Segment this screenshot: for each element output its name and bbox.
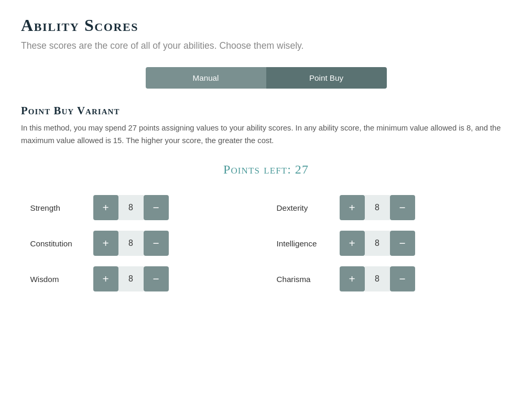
dexterity-decrement-button[interactable]: −	[390, 195, 415, 220]
ability-name-wisdom: Wisdom	[30, 275, 83, 284]
stepper-dexterity: + 8 −	[340, 195, 415, 220]
page-title: Ability Scores	[21, 16, 511, 35]
intelligence-increment-button[interactable]: +	[340, 231, 365, 256]
strength-value: 8	[118, 195, 144, 220]
ability-name-intelligence: Intelligence	[277, 239, 329, 248]
points-left-label: Points left:	[223, 163, 291, 176]
tab-point-buy[interactable]: Point Buy	[266, 67, 387, 89]
stepper-charisma: + 8 −	[340, 266, 415, 291]
stepper-intelligence: + 8 −	[340, 231, 415, 256]
charisma-value: 8	[365, 266, 390, 291]
ability-name-strength: Strength	[30, 203, 83, 212]
wisdom-value: 8	[118, 266, 144, 291]
intelligence-value: 8	[365, 231, 390, 256]
wisdom-increment-button[interactable]: +	[93, 266, 118, 291]
section-title: Point Buy Variant	[21, 104, 511, 117]
dexterity-value: 8	[365, 195, 390, 220]
abilities-grid: Strength + 8 − Dexterity + 8 − Constitut…	[30, 195, 502, 291]
ability-row-wisdom: Wisdom + 8 −	[30, 266, 256, 291]
points-left-value: 27	[295, 163, 309, 176]
ability-row-intelligence: Intelligence + 8 −	[277, 231, 502, 256]
intelligence-decrement-button[interactable]: −	[390, 231, 415, 256]
section-description: In this method, you may spend 27 points …	[21, 122, 511, 147]
stepper-constitution: + 8 −	[93, 231, 169, 256]
stepper-strength: + 8 −	[93, 195, 169, 220]
wisdom-decrement-button[interactable]: −	[144, 266, 169, 291]
constitution-increment-button[interactable]: +	[93, 231, 118, 256]
points-left-display: Points left: 27	[21, 163, 511, 177]
strength-decrement-button[interactable]: −	[144, 195, 169, 220]
tab-group: Manual Point Buy	[146, 67, 387, 89]
ability-row-dexterity: Dexterity + 8 −	[277, 195, 502, 220]
tab-manual[interactable]: Manual	[146, 67, 266, 89]
ability-name-dexterity: Dexterity	[277, 203, 329, 212]
page-subtitle: These scores are the core of all of your…	[21, 40, 511, 51]
constitution-decrement-button[interactable]: −	[144, 231, 169, 256]
ability-name-charisma: Charisma	[277, 275, 329, 284]
charisma-decrement-button[interactable]: −	[390, 266, 415, 291]
dexterity-increment-button[interactable]: +	[340, 195, 365, 220]
constitution-value: 8	[118, 231, 144, 256]
stepper-wisdom: + 8 −	[93, 266, 169, 291]
ability-row-constitution: Constitution + 8 −	[30, 231, 256, 256]
ability-row-charisma: Charisma + 8 −	[277, 266, 502, 291]
ability-name-constitution: Constitution	[30, 239, 83, 248]
ability-row-strength: Strength + 8 −	[30, 195, 256, 220]
charisma-increment-button[interactable]: +	[340, 266, 365, 291]
strength-increment-button[interactable]: +	[93, 195, 118, 220]
